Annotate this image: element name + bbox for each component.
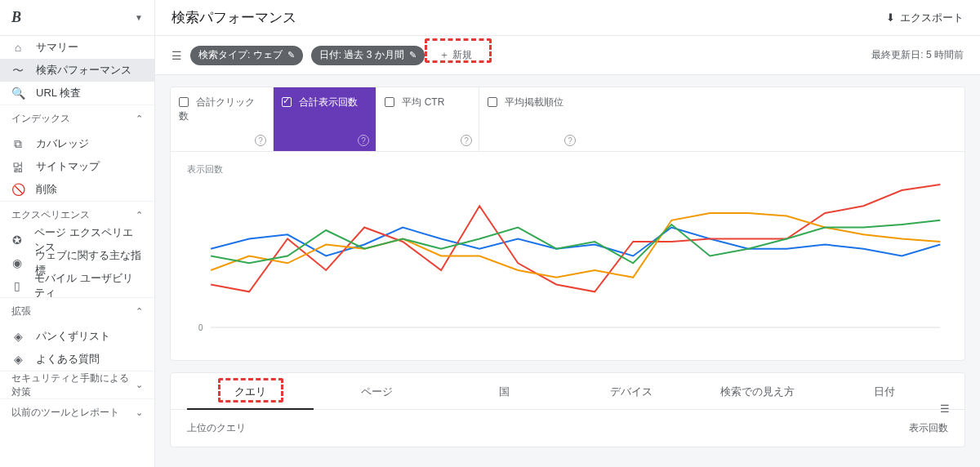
sidebar-group-security[interactable]: セキュリティと手動による対策 ⌄ bbox=[0, 371, 154, 398]
tab-label: 日付 bbox=[874, 385, 895, 398]
info-icon[interactable]: ? bbox=[564, 135, 576, 146]
chevron-up-icon: ⌃ bbox=[136, 113, 143, 124]
sidebar-item-removals[interactable]: 🚫 削除 bbox=[0, 178, 154, 201]
sidebar-group-label: 拡張 bbox=[11, 305, 31, 318]
export-label: エクスポート bbox=[900, 11, 964, 25]
add-filter-label: 新規 bbox=[452, 48, 472, 62]
export-button[interactable]: ⬇ エクスポート bbox=[886, 11, 964, 25]
sidebar-item-label: モバイル ユーザビリティ bbox=[34, 271, 143, 300]
table-head-left: 上位のクエリ bbox=[187, 421, 246, 435]
sidebar-item-label: パンくずリスト bbox=[36, 329, 110, 344]
sidebar-group-index[interactable]: インデックス ⌃ bbox=[0, 105, 154, 132]
filter-icon[interactable]: ☰ bbox=[940, 403, 950, 415]
metric-row: 合計クリック数 ? 合計表示回数 ? 平均 CTR ? bbox=[171, 87, 964, 152]
metric-avg-ctr[interactable]: 平均 CTR ? bbox=[376, 87, 479, 151]
metric-total-impressions[interactable]: 合計表示回数 ? bbox=[274, 87, 376, 151]
chevron-down-icon: ⌄ bbox=[136, 380, 143, 390]
sidebar: B ▼ ⌂ サマリー 〜 検索パフォーマンス 🔍 URL 検査 インデックス ⌃… bbox=[0, 0, 155, 467]
sidebar-item-label: サマリー bbox=[36, 40, 78, 55]
info-icon[interactable]: ? bbox=[461, 135, 472, 146]
header: 検索パフォーマンス ⬇ エクスポート bbox=[155, 0, 980, 36]
tab-label: ページ bbox=[361, 385, 393, 398]
metric-total-clicks[interactable]: 合計クリック数 ? bbox=[171, 87, 274, 151]
performance-card: 合計クリック数 ? 合計表示回数 ? 平均 CTR ? bbox=[170, 87, 965, 361]
chip-date-range[interactable]: 日付: 過去 3 か月間 ✎ bbox=[311, 46, 425, 65]
dimension-card: クエリ ページ 国 デバイス 検索での見え方 日付 ☰ 上位のクエリ 表示回数 bbox=[170, 372, 965, 447]
sidebar-group-enhance[interactable]: 拡張 ⌃ bbox=[0, 297, 154, 325]
add-filter-button[interactable]: ＋ 新規 bbox=[433, 45, 479, 65]
metric-label: 平均掲載順位 bbox=[505, 96, 564, 108]
sidebar-item-faq[interactable]: ◈ よくある質問 bbox=[0, 348, 154, 371]
sidebar-item-url-inspect[interactable]: 🔍 URL 検査 bbox=[0, 82, 154, 105]
breadcrumb-icon: ◈ bbox=[11, 331, 24, 342]
remove-icon: 🚫 bbox=[11, 184, 24, 195]
info-icon[interactable]: ? bbox=[255, 135, 266, 146]
checkbox-icon bbox=[488, 97, 497, 107]
tab-page[interactable]: ページ bbox=[314, 373, 440, 409]
sidebar-item-breadcrumbs[interactable]: ◈ パンくずリスト bbox=[0, 325, 154, 348]
property-selector[interactable]: B ▼ bbox=[0, 0, 154, 36]
svg-text:0: 0 bbox=[198, 323, 203, 332]
sidebar-item-coverage[interactable]: ⧉ カバレッジ bbox=[0, 132, 154, 155]
sidebar-item-label: URL 検査 bbox=[36, 86, 81, 100]
sidebar-item-summary[interactable]: ⌂ サマリー bbox=[0, 36, 154, 59]
brand-logo: B bbox=[11, 9, 21, 26]
sidebar-group-label: エクスペリエンス bbox=[11, 208, 90, 222]
chip-label: 日付: 過去 3 か月間 bbox=[319, 48, 404, 62]
chevron-up-icon: ⌃ bbox=[136, 210, 143, 220]
sidebar-group-label: セキュリティと手動による対策 bbox=[11, 371, 136, 399]
sidebar-group-legacy[interactable]: 以前のツールとレポート ⌄ bbox=[0, 398, 154, 426]
checkbox-icon bbox=[385, 97, 394, 107]
sidebar-item-mobile-usability[interactable]: ▯ モバイル ユーザビリティ bbox=[0, 274, 154, 297]
metric-label: 平均 CTR bbox=[402, 96, 444, 108]
coverage-icon: ⧉ bbox=[11, 138, 24, 149]
faq-icon: ◈ bbox=[11, 354, 24, 365]
dimension-tabs: クエリ ページ 国 デバイス 検索での見え方 日付 ☰ bbox=[171, 373, 964, 410]
tab-label: 検索での見え方 bbox=[720, 385, 795, 398]
checkbox-checked-icon bbox=[282, 97, 292, 107]
tab-label: クエリ bbox=[234, 385, 266, 398]
page-title: 検索パフォーマンス bbox=[172, 8, 296, 27]
table-header: 上位のクエリ 表示回数 bbox=[171, 410, 964, 447]
tab-country[interactable]: 国 bbox=[441, 373, 568, 409]
sidebar-item-label: 削除 bbox=[36, 182, 57, 197]
filter-bar: ☰ 検索タイプ: ウェブ ✎ 日付: 過去 3 か月間 ✎ ＋ 新規 bbox=[155, 36, 980, 75]
tab-date[interactable]: 日付 bbox=[822, 373, 948, 409]
edit-icon: ✎ bbox=[287, 50, 295, 60]
metric-label: 合計表示回数 bbox=[299, 96, 358, 108]
sidebar-group-label: 以前のツールとレポート bbox=[11, 406, 119, 420]
main: 検索パフォーマンス ⬇ エクスポート ☰ 検索タイプ: ウェブ ✎ 日付: 過去… bbox=[155, 0, 980, 467]
filter-icon[interactable]: ☰ bbox=[172, 49, 182, 62]
sidebar-item-label: よくある質問 bbox=[36, 352, 100, 367]
sidebar-group-label: インデックス bbox=[11, 112, 70, 126]
metric-avg-position[interactable]: 平均掲載順位 ? bbox=[479, 87, 582, 151]
last-updated: 最終更新日: 5 時間前 bbox=[871, 48, 964, 62]
vitals-icon: ◉ bbox=[11, 257, 24, 269]
sidebar-item-label: カバレッジ bbox=[36, 136, 89, 151]
home-icon: ⌂ bbox=[11, 42, 24, 53]
sidebar-item-performance[interactable]: 〜 検索パフォーマンス bbox=[0, 59, 154, 82]
sitemap-icon: 멂 bbox=[11, 161, 24, 172]
download-icon: ⬇ bbox=[886, 11, 895, 24]
page-experience-icon: ✪ bbox=[11, 234, 23, 246]
tab-appearance[interactable]: 検索での見え方 bbox=[694, 373, 821, 409]
edit-icon: ✎ bbox=[409, 50, 416, 60]
sidebar-group-experience[interactable]: エクスペリエンス ⌃ bbox=[0, 201, 154, 229]
search-icon: 🔍 bbox=[11, 87, 24, 99]
checkbox-icon bbox=[179, 97, 189, 107]
chip-label: 検索タイプ: ウェブ bbox=[198, 48, 283, 62]
plus-icon: ＋ bbox=[439, 48, 449, 62]
metric-label: 合計クリック数 bbox=[179, 96, 255, 122]
tab-label: デバイス bbox=[610, 385, 653, 398]
sidebar-item-label: サイトマップ bbox=[36, 159, 100, 174]
sidebar-item-sitemaps[interactable]: 멂 サイトマップ bbox=[0, 155, 154, 178]
chip-search-type[interactable]: 検索タイプ: ウェブ ✎ bbox=[190, 46, 303, 65]
chevron-down-icon: ⌄ bbox=[136, 407, 143, 418]
tab-device[interactable]: デバイス bbox=[568, 373, 694, 409]
info-icon[interactable]: ? bbox=[358, 135, 369, 146]
caret-down-icon: ▼ bbox=[135, 13, 143, 22]
table-head-right: 表示回数 bbox=[909, 421, 948, 435]
mobile-icon: ▯ bbox=[11, 280, 23, 291]
tab-query[interactable]: クエリ bbox=[187, 373, 314, 409]
sidebar-item-label: 検索パフォーマンス bbox=[36, 63, 131, 78]
